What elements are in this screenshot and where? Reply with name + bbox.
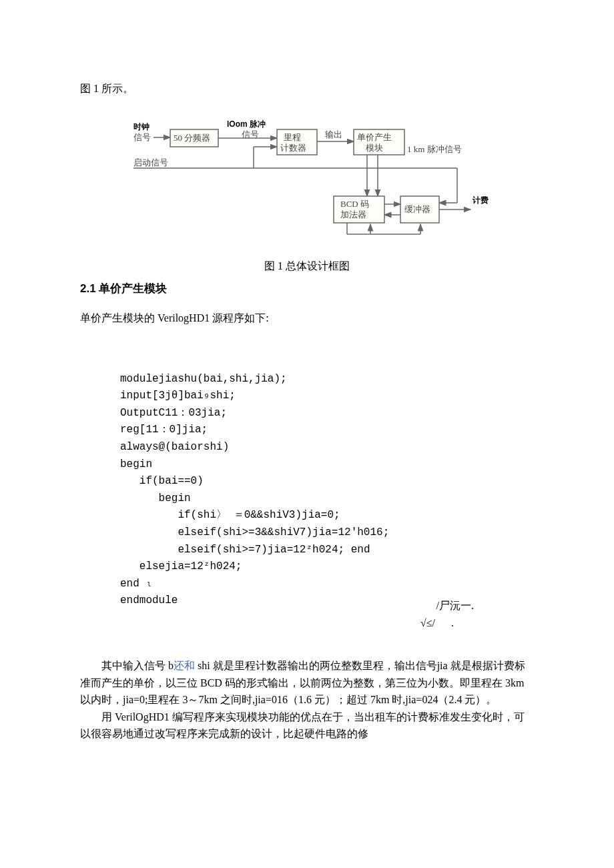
label-billing: 计费 xyxy=(472,195,489,205)
box-buffer-label: 缓冲器 xyxy=(404,204,430,214)
block-diagram: .bx{fill:#fefef8;stroke:#666;stroke-widt… xyxy=(133,117,534,251)
code-line: OutputC11：03jia; xyxy=(120,407,227,419)
explain-paragraph-2: 用 VerilOgHD1 编写程序来实现模块功能的优点在于，当出租车的计费标准发… xyxy=(80,709,534,743)
code-line: if(bai==0) xyxy=(120,475,204,487)
top-line: 图 1 所示。 xyxy=(80,80,534,97)
explain-paragraph-1: 其中输入信号 b还和 shi 就是里程计数器输出的两位整数里程，输出信号jia … xyxy=(80,657,534,709)
code-line: always@(baiorshi) xyxy=(120,441,229,453)
box-bcd-l1: BCD 码 xyxy=(340,199,369,209)
box-licheng-l1: 里程 xyxy=(284,132,301,142)
diagram-svg: .bx{fill:#fefef8;stroke:#666;stroke-widt… xyxy=(133,117,534,251)
code-line: begin xyxy=(120,492,191,504)
box-danjia-l2: 模块 xyxy=(366,143,383,153)
verilog-code-block: modulejiashu(bai,shi,jia); input[3jθ]bai… xyxy=(120,354,534,644)
label-start-signal: 启动信号 xyxy=(133,157,168,167)
code-line: input[3jθ]bai₉shi; xyxy=(120,390,236,402)
code-line: elsejia=12ᶻh024; xyxy=(120,560,242,572)
code-line: endmodule xyxy=(120,594,178,606)
code-line: modulejiashu(bai,shi,jia); xyxy=(120,373,287,385)
label-100m-pulse: IOom 脉冲 xyxy=(227,119,266,129)
code-line: reg[11：0]jia; xyxy=(120,424,208,436)
box-bcd-l2: 加法器 xyxy=(340,209,366,220)
label-1km-pulse: 1 km 脉冲信号 xyxy=(407,144,462,154)
stray-ocr-text: √≤/ . xyxy=(420,614,454,632)
section-2-1-intro: 单价产生模块的 VerilogHD1 源程序如下: xyxy=(80,310,534,327)
code-line: begin xyxy=(120,458,152,470)
code-line: elseif(shi>=7)jia=12ᶻh024; end xyxy=(120,544,370,556)
label-output: 输出 xyxy=(325,129,342,139)
code-line: if(shi〉 ＝0&&shiV3)jia=0; xyxy=(120,509,340,521)
code-line: end ₗ xyxy=(120,578,152,590)
code-line: elseif(shi>=3&&shiV7)jia=12'h016; xyxy=(120,526,389,538)
label-signal-left: 信号 xyxy=(133,132,151,142)
box-licheng-l2: 计数器 xyxy=(280,143,306,153)
link-text: 还和 xyxy=(174,660,195,671)
section-2-1-heading: 2.1 单价产生模块 xyxy=(80,280,534,298)
figure-caption: 图 1 总体设计框图 xyxy=(80,258,534,275)
text-run: 其中输入信号 b xyxy=(101,660,174,671)
box-danjia-l1: 单价产生 xyxy=(357,132,392,142)
stray-ocr-text: /尸沅一. xyxy=(436,597,474,614)
box-divider-label: 50 分频器 xyxy=(174,133,210,143)
label-clock: 时钟 xyxy=(133,122,149,131)
